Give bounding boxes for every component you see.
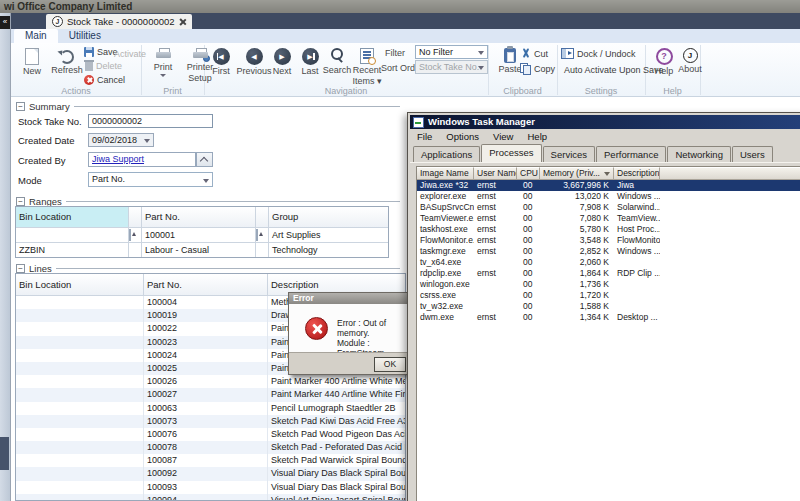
process-description: FlowMonitor <box>614 235 660 246</box>
recent-items-button[interactable]: Recent Items ▾ <box>349 45 385 86</box>
created-by-expand-button[interactable] <box>196 152 213 167</box>
panel-collapse-button[interactable]: « <box>0 16 10 29</box>
ranges-col-bin-location[interactable]: Bin Location <box>16 207 129 228</box>
copy-button[interactable]: Copy <box>520 63 555 74</box>
process-row[interactable]: TeamViewer.e...ernst007,080 KTeamView... <box>417 213 800 224</box>
process-row[interactable]: explorer.exeernst0013,020 KWindows ... <box>417 191 800 202</box>
lines-row[interactable]: 100094Visual Art Diary Jasart Spiral Bou… <box>16 494 405 501</box>
tab-users[interactable]: Users <box>732 146 773 162</box>
first-button[interactable]: ◀ First <box>206 45 236 76</box>
tab-stock-take[interactable]: J Stock Take - 0000000002 <box>46 14 192 29</box>
print-button[interactable]: Print <box>145 45 181 77</box>
ribbon-tab-utilities[interactable]: Utilities <box>58 29 112 43</box>
lines-row[interactable]: 100027Paint Marker 440 Artline White Fin… <box>16 388 405 401</box>
tab-applications[interactable]: Applications <box>413 146 480 162</box>
ribbon-tab-main[interactable]: Main <box>14 29 58 43</box>
menu-options[interactable]: Options <box>439 130 486 143</box>
error-dialog-titlebar[interactable]: Error <box>289 293 413 304</box>
chevron-down-icon <box>478 66 484 70</box>
cancel-button[interactable]: Cancel <box>84 75 125 85</box>
save-button[interactable]: Save <box>84 47 118 57</box>
spin-up-icon[interactable] <box>129 229 131 241</box>
auto-activate-button[interactable]: Auto Activate Upon Save <box>564 65 664 75</box>
activate-button[interactable]: Activate <box>114 49 146 59</box>
process-row[interactable]: tv_w32.exe001,588 K <box>417 301 800 312</box>
copy-label: Copy <box>534 64 555 74</box>
process-image-name: csrss.exe <box>417 290 474 301</box>
process-row[interactable]: FlowMonitor.e...ernst003,548 KFlowMonito… <box>417 235 800 246</box>
process-row[interactable]: rdpclip.exeernst001,864 KRDP Clip ... <box>417 268 800 279</box>
ranges-title: Ranges <box>29 196 62 207</box>
stock-take-no-field[interactable]: 0000000002 <box>88 114 213 128</box>
tab-services[interactable]: Services <box>543 146 595 162</box>
lines-row[interactable]: 100078Sketch Pad - Peforated Das Acid Fr… <box>16 441 405 454</box>
process-row[interactable]: csrss.exe001,720 K <box>417 290 800 301</box>
col-cpu[interactable]: CPU <box>517 167 540 180</box>
delete-button[interactable]: Delete <box>84 61 122 71</box>
tab-networking[interactable]: Networking <box>667 146 731 162</box>
lines-row[interactable]: 100073Sketch Pad Kiwi Das Acid Free A3 1… <box>16 415 405 428</box>
task-manager-titlebar[interactable]: Windows Task Manager <box>410 115 800 129</box>
col-memory[interactable]: Memory (Priv... <box>540 167 614 180</box>
scissors-icon <box>520 48 531 59</box>
menu-file[interactable]: File <box>410 130 439 143</box>
process-image-name: explorer.exe <box>417 191 474 202</box>
mode-dropdown[interactable]: Part No. <box>88 172 213 187</box>
process-row[interactable]: tv_x64.exe002,060 K <box>417 257 800 268</box>
process-row[interactable]: taskmgr.exeernst002,852 KWindows ... <box>417 246 800 257</box>
jiwa-logo-icon: J <box>52 16 63 27</box>
menu-view[interactable]: View <box>486 130 520 143</box>
help-button[interactable]: ? Help <box>651 45 677 76</box>
created-date-dropdown[interactable]: 09/02/2018 <box>88 133 154 147</box>
lines-col-bin-location[interactable]: Bin Location <box>16 274 144 296</box>
about-button[interactable]: J About <box>675 45 705 74</box>
created-by-link[interactable]: Jiwa Support <box>92 154 144 164</box>
process-row[interactable]: winlogon.exe001,736 K <box>417 279 800 290</box>
close-icon[interactable] <box>179 18 186 25</box>
clipboard-group-label: Clipboard <box>488 86 557 96</box>
dock-undock-button[interactable]: Dock / Undock <box>561 48 636 59</box>
ranges-row[interactable]: ZZBIN Labour - Casual Technology <box>16 243 388 258</box>
collapse-toggle-icon[interactable]: − <box>16 197 25 206</box>
lines-row[interactable]: 100063Pencil Lumograph Staedtler 2B <box>16 402 405 415</box>
ribbon-tab-row: Main Utilities <box>11 29 800 43</box>
ranges-row[interactable]: 100001 Art Supplies <box>16 228 388 243</box>
ranges-cell-bin: ZZBIN <box>16 243 129 258</box>
process-description: Jiwa <box>614 180 660 191</box>
lines-row[interactable]: 100026Paint Marker 400 Artline White Med… <box>16 375 405 388</box>
lines-cell-bin <box>16 362 144 375</box>
collapse-toggle-icon[interactable]: − <box>16 102 25 111</box>
process-description: Host Proc... <box>614 224 660 235</box>
sort-order-dropdown[interactable]: Stock Take No. <box>415 60 488 74</box>
menu-help[interactable]: Help <box>520 130 554 143</box>
created-by-field: Jiwa Support <box>88 152 196 167</box>
ranges-col-group[interactable]: Group <box>269 207 388 228</box>
col-user-name[interactable]: User Name <box>474 167 517 180</box>
cut-button[interactable]: Cut <box>520 48 548 59</box>
ok-button[interactable]: OK <box>374 357 406 372</box>
process-row[interactable]: BASupSrvcCnf...ernst007,908 KSolarwind..… <box>417 202 800 213</box>
lines-row[interactable]: 100076Sketch Pad Wood Pigeon Das Acid Fr… <box>16 428 405 441</box>
collapse-toggle-icon[interactable]: − <box>16 264 25 273</box>
new-button[interactable]: New <box>16 45 48 76</box>
refresh-button[interactable]: Refresh <box>48 45 86 75</box>
lines-row[interactable]: 100093Visual Diary Das Black Spiral Boun… <box>16 481 405 494</box>
col-description[interactable]: Description <box>614 167 660 180</box>
chevron-left-icon: « <box>3 17 7 26</box>
spin-up-icon[interactable] <box>256 229 258 241</box>
tab-processes[interactable]: Processes <box>481 144 541 162</box>
next-button[interactable]: ▶ Next <box>267 45 297 76</box>
process-row[interactable]: dwm.exeernst001,364 KDesktop ... <box>417 312 800 323</box>
process-row[interactable]: Jiwa.exe *32ernst003,667,996 KJiwa <box>417 180 800 191</box>
filter-dropdown[interactable]: No Filter <box>415 45 488 59</box>
ranges-col-part-no[interactable]: Part No. <box>142 207 256 228</box>
next-label: Next <box>273 67 292 76</box>
process-memory: 1,588 K <box>540 301 614 312</box>
process-row[interactable]: taskhost.exeernst005,780 KHost Proc... <box>417 224 800 235</box>
lines-row[interactable]: 100087Sketch Pad Warwick Spiral Bound A3… <box>16 454 405 467</box>
tab-performance[interactable]: Performance <box>596 146 666 162</box>
col-image-name[interactable]: Image Name <box>417 167 474 180</box>
process-cpu: 00 <box>517 202 540 213</box>
lines-col-part-no[interactable]: Part No. <box>144 274 268 296</box>
lines-row[interactable]: 100092Visual Diary Das Black Spiral Boun… <box>16 467 405 480</box>
